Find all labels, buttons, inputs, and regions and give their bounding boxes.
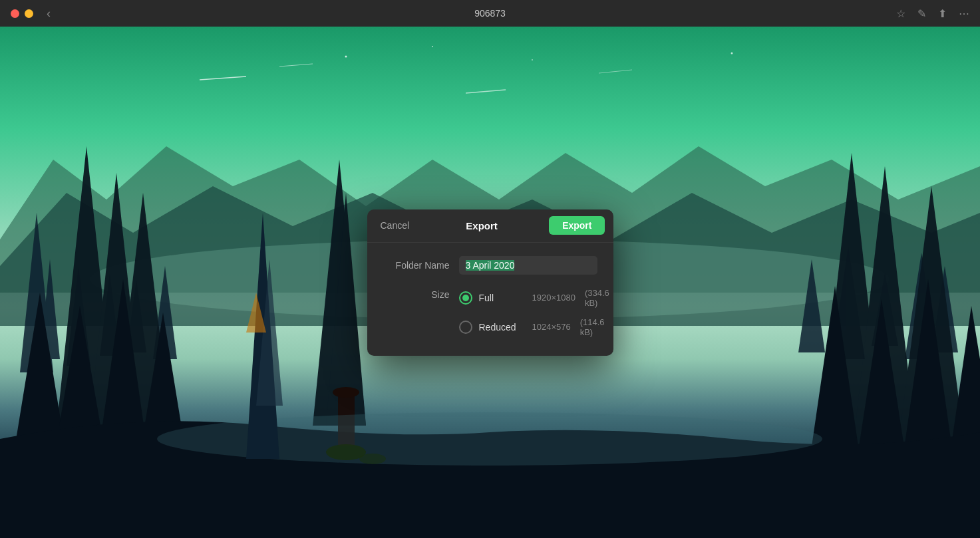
- folder-name-input[interactable]: [459, 256, 597, 275]
- titlebar: ‹ 906873 ☆ ✎ ⬆ ⋯: [0, 0, 980, 27]
- radio-full-inner: [462, 295, 469, 301]
- dialog-body: Folder Name Size Full 1920×1080 (334.6 k…: [367, 243, 613, 356]
- size-reduced-filesize: (114.6 kB): [580, 317, 609, 337]
- back-button[interactable]: ‹: [47, 7, 51, 21]
- dialog-title: Export: [466, 220, 498, 231]
- size-reduced-label: Reduced: [479, 322, 526, 333]
- size-label: Size: [383, 288, 450, 300]
- bookmark-icon[interactable]: ☆: [896, 7, 905, 20]
- size-section: Size Full 1920×1080 (334.6 kB) Re: [383, 288, 597, 337]
- modal-overlay: Cancel Export Export Folder Name Size: [0, 27, 980, 538]
- more-icon[interactable]: ⋯: [959, 7, 969, 20]
- minimize-button[interactable]: [25, 9, 33, 18]
- size-full-resolution: 1920×1080: [532, 293, 575, 303]
- share-icon[interactable]: ⬆: [938, 7, 947, 20]
- titlebar-controls: ‹: [11, 7, 51, 21]
- export-dialog: Cancel Export Export Folder Name Size: [367, 209, 613, 356]
- export-confirm-button[interactable]: Export: [549, 216, 605, 235]
- size-options: Full 1920×1080 (334.6 kB) Reduced 1024×5…: [459, 288, 609, 337]
- dialog-header: Cancel Export Export: [367, 209, 613, 243]
- size-full-label: Full: [479, 293, 526, 303]
- folder-name-label: Folder Name: [383, 260, 450, 271]
- size-reduced-resolution: 1024×576: [532, 322, 571, 332]
- radio-reduced[interactable]: [459, 321, 472, 334]
- close-button[interactable]: [11, 9, 19, 18]
- size-option-full[interactable]: Full 1920×1080 (334.6 kB): [459, 288, 609, 308]
- window-title: 906873: [474, 8, 506, 19]
- folder-name-row: Folder Name: [383, 256, 597, 275]
- cancel-button[interactable]: Cancel: [375, 217, 415, 233]
- radio-full[interactable]: [459, 291, 472, 305]
- edit-icon[interactable]: ✎: [917, 7, 926, 20]
- size-full-filesize: (334.6 kB): [585, 288, 609, 308]
- size-option-reduced[interactable]: Reduced 1024×576 (114.6 kB): [459, 317, 609, 337]
- titlebar-actions: ☆ ✎ ⬆ ⋯: [896, 7, 969, 20]
